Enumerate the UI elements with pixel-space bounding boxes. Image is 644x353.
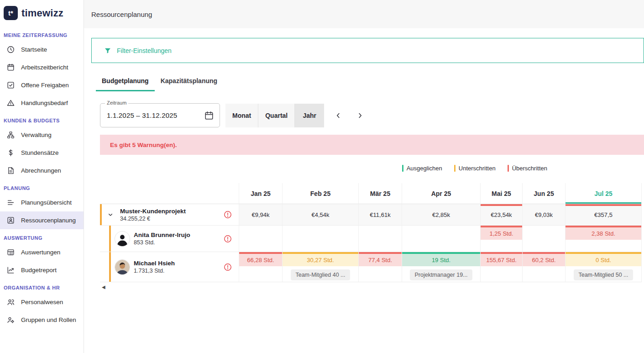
tab-bar: Budgetplanung Kapazitätsplanung: [96, 72, 644, 91]
sidebar-item-label: Personalwesen: [21, 299, 63, 306]
sidebar-item-planungsuebersicht[interactable]: Planungsübersicht: [0, 194, 84, 211]
legend-item-unterschritten: Unterschritten: [454, 165, 496, 172]
sidebar-item-gruppen-und-rollen[interactable]: Gruppen und Rollen: [0, 311, 84, 329]
sidebar-item-auswertungen[interactable]: Auswertungen: [0, 243, 84, 261]
month-header-jan[interactable]: Jan 25: [239, 183, 283, 204]
hours-block[interactable]: 19 Std.: [402, 252, 480, 266]
logo-text: timewizz: [21, 7, 63, 19]
legend-label: Ausgeglichen: [407, 165, 442, 172]
warning-icon[interactable]: [223, 210, 232, 219]
main-area: Ressourcenplanung Filter-Einstellungen B…: [84, 0, 644, 353]
person-card-icon: [6, 216, 15, 225]
table-icon: [6, 248, 15, 257]
legend-label: Überschritten: [512, 165, 547, 172]
hours-block[interactable]: 155,67 Std.: [481, 252, 522, 266]
warning-banner: Es gibt 5 Warnung(en).: [100, 135, 644, 155]
project-cell-jun[interactable]: €9,03k: [523, 204, 565, 226]
sidebar-item-label: Abrechnungen: [21, 167, 61, 174]
person-cell-jul[interactable]: 2,38 Std.: [565, 226, 642, 252]
monat-button[interactable]: Monat: [225, 104, 258, 127]
sidebar-item-verwaltung[interactable]: Verwaltung: [0, 126, 84, 144]
sidebar-item-abrechnungen[interactable]: Abrechnungen: [0, 162, 84, 179]
person-cell-jan[interactable]: 66,28 Std.: [239, 252, 283, 282]
legend-item-ueberschritten: Überschritten: [508, 165, 547, 172]
cell-value: €9,94k: [251, 211, 269, 218]
month-header-mar[interactable]: Mär 25: [359, 183, 402, 204]
avatar: [115, 231, 130, 247]
sidebar-item-handlungsbedarf[interactable]: Handlungsbedarf: [0, 94, 84, 112]
project-budget: 34.255,22 €: [120, 216, 223, 222]
dollar-icon: [6, 148, 15, 157]
table-row-project[interactable]: Muster-Kundenprojekt 34.255,22 € €9,94k …: [100, 204, 642, 226]
project-cell-mar[interactable]: €11,61k: [359, 204, 402, 226]
project-cell-jul[interactable]: €357,5: [565, 204, 642, 226]
role-badge[interactable]: Team-Mitglied 40 ...: [291, 269, 350, 280]
chevron-down-icon[interactable]: [105, 211, 116, 218]
sidebar-item-label: Verwaltung: [21, 132, 52, 138]
chevron-left-icon: [334, 111, 342, 120]
person-cell-mar: [359, 226, 402, 252]
sidebar-item-personalwesen[interactable]: Personalwesen: [0, 293, 84, 311]
sidebar-item-label: Startseite: [21, 46, 47, 53]
month-header-mai[interactable]: Mai 25: [481, 183, 523, 204]
person-cell-jul[interactable]: 0 Std. Team-Mitglied 50 ...: [565, 252, 642, 282]
project-cell-apr[interactable]: €2,85k: [402, 204, 481, 226]
person-name: Anita Brunner-Irujo: [134, 232, 223, 238]
zeitraum-field[interactable]: Zeitraum 1.1.2025 – 31.12.2025: [100, 103, 220, 127]
row-accent-bar: [109, 226, 111, 252]
person-cell-mai[interactable]: 1,25 Std.: [481, 226, 523, 252]
table-row-anita[interactable]: Anita Brunner-Irujo 853 Std. 1,25 Std. 2…: [100, 226, 642, 252]
scroll-left-indicator[interactable]: ◀: [102, 285, 644, 290]
jahr-button[interactable]: Jahr: [295, 104, 324, 127]
hours-block[interactable]: 0 Std.: [565, 252, 641, 266]
person-name-cell: Michael Hsieh 1.731,3 Std.: [100, 252, 239, 282]
sidebar-item-ressourcenplanung[interactable]: Ressourcenplanung: [0, 211, 84, 229]
filter-settings-panel[interactable]: Filter-Einstellungen: [91, 38, 644, 63]
sidebar-item-label: Ressourcenplanung: [21, 217, 76, 224]
next-period-button[interactable]: [352, 108, 368, 123]
hours-block[interactable]: 30,27 Std.: [283, 252, 358, 266]
hours-block[interactable]: 2,38 Std.: [565, 226, 641, 240]
tab-budgetplanung[interactable]: Budgetplanung: [96, 72, 155, 91]
month-header-jun[interactable]: Jun 25: [523, 183, 565, 204]
invoice-icon: [6, 166, 15, 175]
hours-block[interactable]: 60,2 Std.: [523, 252, 565, 266]
app-logo[interactable]: t* timewizz: [0, 0, 84, 26]
sidebar-item-arbeitszeitbericht[interactable]: Arbeitszeitbericht: [0, 58, 84, 76]
hours-block[interactable]: 77,4 Std.: [359, 252, 402, 266]
person-cell-mar[interactable]: 77,4 Std.: [359, 252, 402, 282]
month-header-apr[interactable]: Apr 25: [402, 183, 481, 204]
hours-block[interactable]: 66,28 Std.: [239, 252, 282, 266]
project-name: Muster-Kundenprojekt: [120, 208, 223, 215]
month-header-feb[interactable]: Feb 25: [283, 183, 359, 204]
filter-icon: [104, 47, 112, 55]
user-roles-icon: [6, 316, 15, 324]
person-cell-feb[interactable]: 30,27 Std. Team-Mitglied 40 ...: [283, 252, 359, 282]
person-cell-apr[interactable]: 19 Std. Projektmanager 19...: [402, 252, 481, 282]
project-cell-feb[interactable]: €4,54k: [283, 204, 359, 226]
project-cell-jan[interactable]: €9,94k: [239, 204, 283, 226]
person-cell-jun[interactable]: 60,2 Std.: [523, 252, 565, 282]
sidebar-item-budgetreport[interactable]: Budgetreport: [0, 261, 84, 279]
zeitraum-value[interactable]: 1.1.2025 – 31.12.2025: [107, 111, 177, 119]
quartal-button[interactable]: Quartal: [258, 104, 295, 127]
status-legend: Ausgeglichen Unterschritten Überschritte…: [84, 165, 644, 172]
tab-kapazitaetsplanung[interactable]: Kapazitätsplanung: [155, 72, 223, 91]
sidebar-item-stundensaetze[interactable]: Stundensätze: [0, 144, 84, 162]
hours-block[interactable]: 1,25 Std.: [481, 226, 522, 240]
role-badge[interactable]: Projektmanager 19...: [410, 269, 472, 280]
calendar-picker-icon[interactable]: [204, 111, 214, 121]
warning-icon[interactable]: [223, 234, 232, 243]
warning-icon[interactable]: [223, 263, 232, 272]
sidebar-item-offene-freigaben[interactable]: Offene Freigaben: [0, 76, 84, 94]
person-info: Michael Hsieh 1.731,3 Std.: [134, 260, 223, 274]
cell-value: €2,85k: [432, 211, 450, 218]
role-badge[interactable]: Team-Mitglied 50 ...: [574, 269, 633, 280]
project-cell-mai[interactable]: €23,54k: [481, 204, 523, 226]
table-row-michael[interactable]: Michael Hsieh 1.731,3 Std. 66,28 Std. 30…: [100, 252, 642, 282]
person-cell-mai[interactable]: 155,67 Std.: [481, 252, 523, 282]
month-header-jul[interactable]: Jul 25: [565, 183, 642, 204]
warning-banner-text: Es gibt 5 Warnung(en).: [110, 142, 177, 148]
sidebar-item-startseite[interactable]: Startseite: [0, 41, 84, 58]
prev-period-button[interactable]: [330, 108, 346, 123]
